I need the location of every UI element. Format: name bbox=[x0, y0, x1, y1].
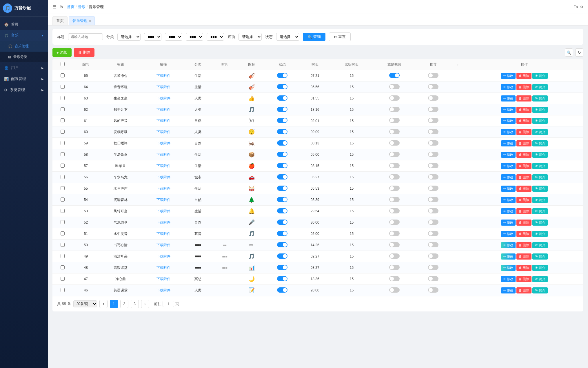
recommend-toggle-slider[interactable] bbox=[428, 107, 438, 112]
status-toggle[interactable] bbox=[277, 129, 287, 134]
row-recommend[interactable] bbox=[416, 206, 451, 217]
delete-button[interactable]: 🗑 删除 bbox=[516, 84, 531, 90]
row-status[interactable] bbox=[265, 81, 300, 93]
recommend-toggle[interactable] bbox=[428, 208, 438, 213]
toggle-slider[interactable] bbox=[277, 197, 287, 202]
status-toggle[interactable] bbox=[277, 197, 287, 202]
row-status[interactable] bbox=[265, 172, 300, 183]
add-button[interactable]: + 添加 bbox=[52, 48, 72, 57]
video-toggle-slider[interactable] bbox=[389, 242, 400, 247]
toggle-slider[interactable] bbox=[277, 231, 287, 236]
recommend-toggle[interactable] bbox=[428, 84, 438, 89]
view-button[interactable]: 👁 简介 bbox=[532, 197, 547, 203]
delete-button[interactable]: 🗑 删除 bbox=[516, 152, 531, 158]
status-toggle[interactable] bbox=[277, 276, 287, 281]
row-checkbox[interactable] bbox=[61, 96, 65, 100]
recommend-toggle-slider[interactable] bbox=[428, 231, 438, 236]
view-button[interactable]: 👁 简介 bbox=[532, 140, 547, 146]
edit-button[interactable]: ✏ 修改 bbox=[501, 95, 516, 101]
row-link[interactable]: 下载附件 bbox=[142, 104, 185, 115]
row-status[interactable] bbox=[265, 206, 300, 217]
filter-category-select[interactable]: 请选择 生活 人类 自然 城市 茗音 bbox=[117, 33, 141, 41]
recommend-toggle-slider[interactable] bbox=[428, 152, 438, 157]
page-btn-2[interactable]: 2 bbox=[120, 300, 128, 308]
edit-button[interactable]: ✏ 修改 bbox=[501, 129, 516, 135]
edit-button[interactable]: ✏ 修改 bbox=[501, 118, 516, 124]
view-button[interactable]: 👁 简介 bbox=[532, 129, 547, 135]
filter-status-select[interactable]: 请选择 启用 禁用 bbox=[276, 33, 299, 41]
delete-button[interactable]: 🗑 删除 bbox=[516, 163, 531, 169]
row-checkbox[interactable] bbox=[61, 85, 65, 89]
topbar-settings-icon[interactable]: ⚙ bbox=[580, 5, 583, 9]
row-link[interactable]: 下载附件 bbox=[142, 172, 185, 183]
edit-button[interactable]: ✏ 修改 bbox=[501, 84, 516, 90]
status-toggle[interactable] bbox=[277, 84, 287, 89]
recommend-toggle[interactable] bbox=[428, 118, 438, 123]
video-toggle[interactable] bbox=[389, 220, 400, 225]
edit-button[interactable]: ✏ 修改 bbox=[501, 186, 516, 192]
video-toggle[interactable] bbox=[389, 208, 400, 213]
edit-button[interactable]: ✏ 修改 bbox=[501, 152, 516, 158]
view-button[interactable]: 👁 简介 bbox=[532, 73, 547, 79]
recommend-toggle[interactable] bbox=[428, 140, 438, 146]
row-status[interactable] bbox=[265, 194, 300, 206]
video-toggle[interactable] bbox=[389, 107, 400, 112]
video-toggle[interactable] bbox=[389, 118, 400, 123]
filter-title-input[interactable] bbox=[68, 33, 103, 40]
row-link[interactable]: 下载附件 bbox=[142, 228, 185, 240]
row-recommend[interactable] bbox=[416, 126, 451, 138]
video-toggle-slider[interactable] bbox=[389, 265, 400, 270]
recommend-toggle[interactable] bbox=[428, 152, 438, 157]
video-toggle[interactable] bbox=[389, 129, 400, 134]
row-link[interactable]: 下载附件 bbox=[142, 217, 185, 228]
status-toggle[interactable] bbox=[277, 253, 287, 259]
delete-button[interactable]: 🗑 删除 bbox=[516, 208, 531, 214]
row-link[interactable]: 下载附件 bbox=[142, 149, 185, 160]
row-status[interactable] bbox=[265, 228, 300, 240]
edit-button[interactable]: ✏ 修改 bbox=[501, 174, 516, 180]
row-recommend[interactable] bbox=[416, 194, 451, 206]
row-status[interactable] bbox=[265, 183, 300, 194]
toggle-slider[interactable] bbox=[277, 84, 287, 89]
breadcrumb-music[interactable]: 音乐 bbox=[78, 4, 85, 10]
row-link[interactable]: 下载附件 bbox=[142, 262, 185, 273]
delete-button[interactable]: 🗑 删除 bbox=[516, 118, 531, 124]
row-checkbox[interactable] bbox=[61, 118, 65, 122]
video-toggle[interactable] bbox=[389, 242, 400, 247]
edit-button[interactable]: ✏ 修改 bbox=[501, 242, 516, 248]
row-status[interactable] bbox=[265, 126, 300, 138]
status-toggle[interactable] bbox=[277, 220, 287, 225]
toggle-slider[interactable] bbox=[277, 95, 287, 101]
recommend-toggle-slider[interactable] bbox=[428, 220, 438, 225]
row-video[interactable] bbox=[373, 126, 416, 138]
video-toggle[interactable] bbox=[389, 287, 400, 293]
recommend-toggle[interactable] bbox=[428, 95, 438, 101]
row-status[interactable] bbox=[265, 217, 300, 228]
toggle-slider[interactable] bbox=[277, 163, 287, 168]
delete-button[interactable]: 🗑 删除 bbox=[516, 186, 531, 192]
row-status[interactable] bbox=[265, 160, 300, 172]
row-recommend[interactable] bbox=[416, 138, 451, 149]
recommend-toggle[interactable] bbox=[428, 129, 438, 134]
view-button[interactable]: 👁 简介 bbox=[532, 287, 547, 293]
toggle-slider[interactable] bbox=[277, 265, 287, 270]
video-toggle-slider[interactable] bbox=[389, 174, 400, 180]
row-recommend[interactable] bbox=[416, 217, 451, 228]
video-toggle[interactable] bbox=[389, 186, 400, 191]
row-recommend[interactable] bbox=[416, 81, 451, 93]
recommend-toggle[interactable] bbox=[428, 163, 438, 168]
edit-button[interactable]: ✏ 修改 bbox=[501, 265, 516, 271]
delete-button[interactable]: 🗑 删除 bbox=[516, 231, 531, 237]
row-checkbox[interactable] bbox=[61, 243, 65, 247]
batch-delete-button[interactable]: 🗑 删除 bbox=[74, 48, 94, 57]
reset-button[interactable]: ↺ 重置 bbox=[329, 32, 351, 41]
row-video[interactable] bbox=[373, 149, 416, 160]
row-link[interactable]: 下载附件 bbox=[142, 206, 185, 217]
row-status[interactable] bbox=[265, 149, 300, 160]
query-button[interactable]: 🔍 查询 bbox=[303, 33, 325, 41]
status-toggle[interactable] bbox=[277, 287, 287, 293]
row-checkbox[interactable] bbox=[61, 107, 65, 111]
toggle-slider[interactable] bbox=[277, 129, 287, 134]
status-toggle[interactable] bbox=[277, 118, 287, 123]
row-recommend[interactable] bbox=[416, 251, 451, 262]
